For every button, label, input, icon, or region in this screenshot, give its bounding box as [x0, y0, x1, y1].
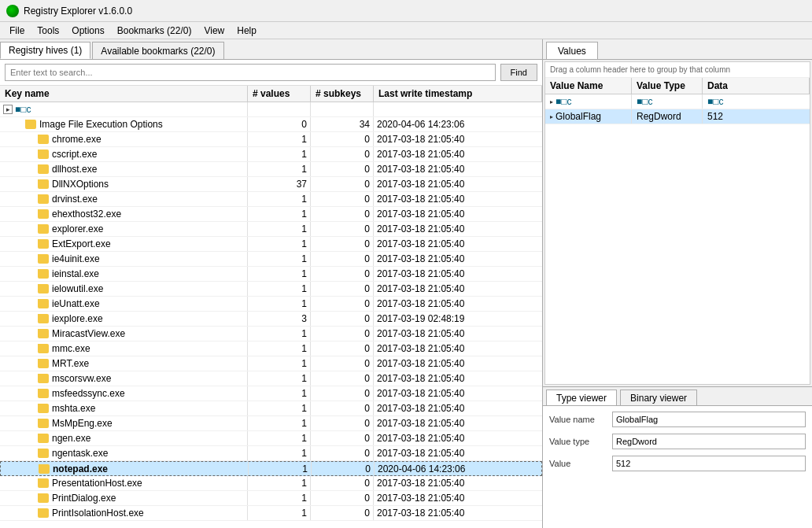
- tree-row-0[interactable]: Image File Execution Options0342020-04-0…: [0, 117, 542, 132]
- folder-icon-25: [38, 493, 49, 503]
- tree-row-5[interactable]: drvinst.exe102017-03-18 21:05:40: [0, 192, 542, 207]
- tree-cell-name-23: notepad.exe: [1, 462, 249, 475]
- dtab-binary-viewer[interactable]: Binary viewer: [620, 390, 697, 405]
- root-expand[interactable]: ▸: [3, 105, 13, 114]
- tree-row-21[interactable]: ngen.exe102017-03-18 21:05:40: [0, 431, 542, 446]
- tree-cell-name-20: MsMpEng.exe: [0, 416, 248, 430]
- menu-file[interactable]: File: [3, 24, 31, 38]
- tree-header: Key name # values # subkeys Last write t…: [0, 86, 542, 102]
- detail-body: Value name GlobalFlag Value type RegDwor…: [543, 406, 812, 528]
- root-cell-values: [248, 102, 311, 116]
- tree-row-18[interactable]: msfeedssync.exe102017-03-18 21:05:40: [0, 386, 542, 401]
- menu-help[interactable]: Help: [231, 24, 263, 38]
- detail-value-value[interactable]: 512: [612, 456, 806, 471]
- tree-cell-name-19: mshta.exe: [0, 401, 248, 415]
- folder-icon-6: [38, 209, 49, 219]
- col-timestamp-header: Last write timestamp: [374, 86, 542, 102]
- values-panel[interactable]: Drag a column header here to group by th…: [544, 61, 810, 385]
- val-cell-name-0: ▸ ■□c: [545, 94, 632, 109]
- tree-cell-name-0: Image File Execution Options: [0, 117, 248, 131]
- tab-registry-hives[interactable]: Registry hives (1): [0, 42, 90, 59]
- tree-row-14[interactable]: MiracastView.exe102017-03-18 21:05:40: [0, 327, 542, 342]
- folder-icon-0: [25, 120, 36, 129]
- folder-icon-26: [38, 508, 49, 518]
- tree-row-7[interactable]: explorer.exe102017-03-18 21:05:40: [0, 222, 542, 237]
- detail-value-name[interactable]: GlobalFlag: [612, 412, 806, 427]
- tree-cell-name-7: explorer.exe: [0, 222, 248, 236]
- tree-row-23[interactable]: notepad.exe102020-04-06 14:23:06: [0, 461, 542, 476]
- detail-value-type[interactable]: RegDword: [612, 434, 806, 449]
- tree-row-3[interactable]: dllhost.exe102017-03-18 21:05:40: [0, 162, 542, 177]
- tree-row-22[interactable]: ngentask.exe102017-03-18 21:05:40: [0, 446, 542, 461]
- values-row-1[interactable]: ▸ GlobalFlag RegDword 512: [545, 109, 810, 124]
- tree-rows: Image File Execution Options0342020-04-0…: [0, 117, 542, 521]
- left-tabs: Registry hives (1) Available bookmarks (…: [0, 39, 542, 60]
- tree-cell-name-4: DllNXOptions: [0, 177, 248, 191]
- tree-row-13[interactable]: iexplore.exe302017-03-19 02:48:19: [0, 312, 542, 327]
- folder-icon-23: [39, 464, 50, 474]
- tree-row-12[interactable]: ieUnatt.exe102017-03-18 21:05:40: [0, 297, 542, 312]
- search-input[interactable]: [5, 64, 496, 81]
- tree-row-9[interactable]: ie4uinit.exe102017-03-18 21:05:40: [0, 252, 542, 267]
- tab-bookmarks[interactable]: Available bookmarks (22/0): [92, 42, 223, 59]
- tree-cell-name-9: ie4uinit.exe: [0, 252, 248, 266]
- tree-row-1[interactable]: chrome.exe102017-03-18 21:05:40: [0, 132, 542, 147]
- folder-icon-14: [38, 329, 49, 338]
- tree-row-20[interactable]: MsMpEng.exe102017-03-18 21:05:40: [0, 416, 542, 431]
- tree-row-26[interactable]: PrintIsolationHost.exe102017-03-18 21:05…: [0, 506, 542, 521]
- group-hint: Drag a column header here to group by th…: [545, 62, 810, 78]
- values-row-0[interactable]: ▸ ■□c ■□c ■□c: [545, 94, 810, 109]
- folder-icon-16: [38, 359, 49, 368]
- col-subkeys-header: # subkeys: [311, 86, 374, 102]
- folder-icon-20: [38, 419, 49, 428]
- main-container: Registry hives (1) Available bookmarks (…: [0, 39, 812, 528]
- val-cell-data-0: ■□c: [703, 94, 810, 109]
- root-name: ■□c: [15, 104, 31, 115]
- tree-cell-name-24: PresentationHost.exe: [0, 476, 248, 490]
- tree-row-2[interactable]: cscript.exe102017-03-18 21:05:40: [0, 147, 542, 162]
- detail-label-name: Value name: [549, 415, 612, 424]
- tree-root-row[interactable]: ▸ ■□c: [0, 102, 542, 117]
- folder-icon-11: [38, 284, 49, 294]
- val-cell-data-1: 512: [703, 109, 810, 124]
- tree-row-25[interactable]: PrintDialog.exe102017-03-18 21:05:40: [0, 491, 542, 506]
- tree-cell-name-14: MiracastView.exe: [0, 327, 248, 341]
- folder-icon-18: [38, 389, 49, 398]
- tree-row-6[interactable]: ehexthost32.exe102017-03-18 21:05:40: [0, 207, 542, 222]
- title-bar: Registry Explorer v1.6.0.0: [0, 0, 812, 22]
- tree-row-8[interactable]: ExtExport.exe102017-03-18 21:05:40: [0, 237, 542, 252]
- folder-icon-17: [38, 374, 49, 383]
- menu-tools[interactable]: Tools: [31, 24, 65, 38]
- root-cell-subkeys: [311, 102, 374, 116]
- tree-row-4[interactable]: DllNXOptions3702017-03-18 21:05:40: [0, 177, 542, 192]
- values-header: Value Name Value Type Data: [545, 78, 810, 94]
- tree-cell-name-15: mmc.exe: [0, 342, 248, 356]
- folder-icon-5: [38, 194, 49, 204]
- tree-row-17[interactable]: mscorsvw.exe102017-03-18 21:05:40: [0, 371, 542, 386]
- tree-cell-name-13: iexplore.exe: [0, 312, 248, 326]
- tree-row-10[interactable]: ieinstal.exe102017-03-18 21:05:40: [0, 267, 542, 282]
- tree-row-15[interactable]: mmc.exe102017-03-18 21:05:40: [0, 342, 542, 356]
- tree-container[interactable]: Key name # values # subkeys Last write t…: [0, 86, 542, 528]
- folder-icon-3: [38, 164, 49, 174]
- folder-icon-13: [38, 314, 49, 323]
- app-title: Registry Explorer v1.6.0.0: [24, 6, 132, 17]
- menu-bookmarks[interactable]: Bookmarks (22/0): [111, 24, 198, 38]
- tree-row-11[interactable]: ielowutil.exe102017-03-18 21:05:40: [0, 282, 542, 297]
- tree-row-19[interactable]: mshta.exe102017-03-18 21:05:40: [0, 401, 542, 416]
- tree-cell-name-26: PrintIsolationHost.exe: [0, 506, 248, 520]
- tree-cell-name-2: cscript.exe: [0, 147, 248, 161]
- dtab-type-viewer[interactable]: Type viewer: [546, 390, 617, 405]
- val-cell-type-0: ■□c: [632, 94, 703, 109]
- find-button[interactable]: Find: [500, 64, 537, 81]
- values-tab-header: Values: [543, 39, 812, 60]
- menu-options[interactable]: Options: [65, 24, 110, 38]
- val-col-type: Value Type: [632, 78, 703, 94]
- tree-row-16[interactable]: MRT.exe102017-03-18 21:05:40: [0, 356, 542, 371]
- expand-arrow-0: ▸: [550, 98, 553, 105]
- tree-row-24[interactable]: PresentationHost.exe102017-03-18 21:05:4…: [0, 476, 542, 491]
- folder-icon-4: [38, 179, 49, 189]
- menu-view[interactable]: View: [197, 24, 231, 38]
- tree-cell-name-12: ieUnatt.exe: [0, 297, 248, 311]
- tab-values[interactable]: Values: [546, 42, 598, 59]
